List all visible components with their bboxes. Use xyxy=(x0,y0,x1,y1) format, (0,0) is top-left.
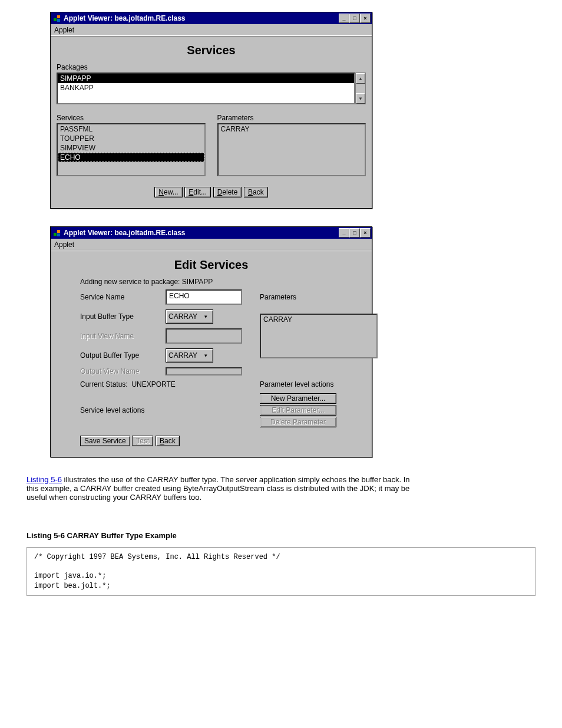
titlebar[interactable]: Applet Viewer: bea.joltadm.RE.class _ □ … xyxy=(51,227,372,239)
code-block: /* Copyright 1997 BEA Systems, Inc. All … xyxy=(27,547,535,596)
output-buffer-type-label: Output Buffer Type xyxy=(80,351,166,360)
test-button: Test xyxy=(132,436,153,446)
input-view-name-input xyxy=(166,328,242,344)
window-title: Applet Viewer: bea.joltadm.RE.class xyxy=(64,229,339,237)
list-item-selected[interactable]: ECHO xyxy=(58,153,204,162)
delete-parameter-button: Delete Parameter xyxy=(260,417,336,427)
output-buffer-type-select[interactable]: CARRAY ▾ xyxy=(166,348,213,363)
svg-rect-0 xyxy=(54,18,57,21)
parameters-list[interactable]: CARRAY xyxy=(260,314,378,358)
list-item[interactable]: BANKAPP xyxy=(58,83,354,93)
app-icon xyxy=(53,14,61,22)
listing-link[interactable]: Listing 5-6 xyxy=(27,475,62,484)
list-item[interactable]: TOUPPER xyxy=(58,134,204,143)
save-service-button[interactable]: Save Service xyxy=(80,436,130,446)
delete-button[interactable]: Delete xyxy=(213,187,242,197)
scroll-up-icon[interactable]: ▲ xyxy=(356,73,365,84)
current-status-label: Current Status: UNEXPORTE xyxy=(80,380,242,388)
minimize-button[interactable]: _ xyxy=(339,14,349,23)
output-view-name-input xyxy=(166,367,242,375)
new-parameter-button[interactable]: New Parameter... xyxy=(260,393,336,404)
close-button[interactable]: × xyxy=(360,228,371,238)
scroll-down-icon[interactable]: ▼ xyxy=(356,93,365,104)
service-name-label: Service Name xyxy=(80,293,166,301)
parameters-list[interactable]: CARRAY xyxy=(217,123,366,176)
parameters-label: Parameters xyxy=(217,114,366,122)
input-buffer-type-select[interactable]: CARRAY ▾ xyxy=(166,309,213,324)
list-item[interactable]: CARRAY xyxy=(219,124,365,134)
body-paragraph: Listing 5-6 illustrates the use of the C… xyxy=(27,475,415,502)
param-actions-label: Parameter level actions xyxy=(260,380,378,388)
output-view-name-label: Output View Name xyxy=(80,367,166,375)
services-window: Applet Viewer: bea.joltadm.RE.class _ □ … xyxy=(50,12,372,209)
new-button[interactable]: New... xyxy=(154,187,182,197)
app-icon xyxy=(53,229,61,237)
packages-list[interactable]: SIMPAPP BANKAPP xyxy=(57,73,355,104)
svg-rect-4 xyxy=(57,230,60,233)
services-list[interactable]: PASSFML TOUPPER SIMPVIEW ECHO xyxy=(57,123,206,176)
dropdown-icon: ▾ xyxy=(201,353,210,358)
titlebar[interactable]: Applet Viewer: bea.joltadm.RE.class _ □ … xyxy=(51,12,372,24)
subheading: Adding new service to package: SIMPAPP xyxy=(80,278,366,286)
page-title: Services xyxy=(57,44,366,57)
services-label: Services xyxy=(57,114,206,122)
input-buffer-type-label: Input Buffer Type xyxy=(80,312,166,321)
back-button[interactable]: Back xyxy=(244,187,268,197)
list-item[interactable]: PASSFML xyxy=(58,124,204,134)
menu-applet[interactable]: Applet xyxy=(51,239,372,251)
list-item[interactable]: SIMPVIEW xyxy=(58,143,204,153)
svg-rect-2 xyxy=(57,19,60,22)
svg-rect-3 xyxy=(54,233,57,236)
edit-button[interactable]: Edit... xyxy=(184,187,211,197)
maximize-button[interactable]: □ xyxy=(349,228,360,238)
scrollbar[interactable]: ▲ ▼ xyxy=(355,73,366,104)
window-title: Applet Viewer: bea.joltadm.RE.class xyxy=(64,14,339,22)
svg-rect-1 xyxy=(57,15,60,18)
parameters-label: Parameters xyxy=(260,293,378,301)
page-title: Edit Services xyxy=(57,258,366,272)
list-item[interactable]: SIMPAPP xyxy=(58,74,354,83)
menu-applet[interactable]: Applet xyxy=(51,24,372,37)
close-button[interactable]: × xyxy=(360,14,371,23)
back-button[interactable]: Back xyxy=(156,436,180,446)
minimize-button[interactable]: _ xyxy=(339,228,349,238)
maximize-button[interactable]: □ xyxy=(349,14,360,23)
service-actions-label: Service level actions xyxy=(80,406,242,414)
packages-label: Packages xyxy=(57,63,366,71)
edit-parameter-button: Edit Parameter... xyxy=(260,405,336,416)
service-name-input[interactable]: ECHO xyxy=(166,289,242,305)
edit-services-window: Applet Viewer: bea.joltadm.RE.class _ □ … xyxy=(50,226,372,457)
dropdown-icon: ▾ xyxy=(201,314,210,319)
svg-rect-5 xyxy=(57,233,60,236)
listing-caption: Listing 5-6 CARRAY Buffer Type Example xyxy=(27,531,535,540)
input-view-name-label: Input View Name xyxy=(80,332,166,340)
list-item[interactable]: CARRAY xyxy=(261,315,376,324)
